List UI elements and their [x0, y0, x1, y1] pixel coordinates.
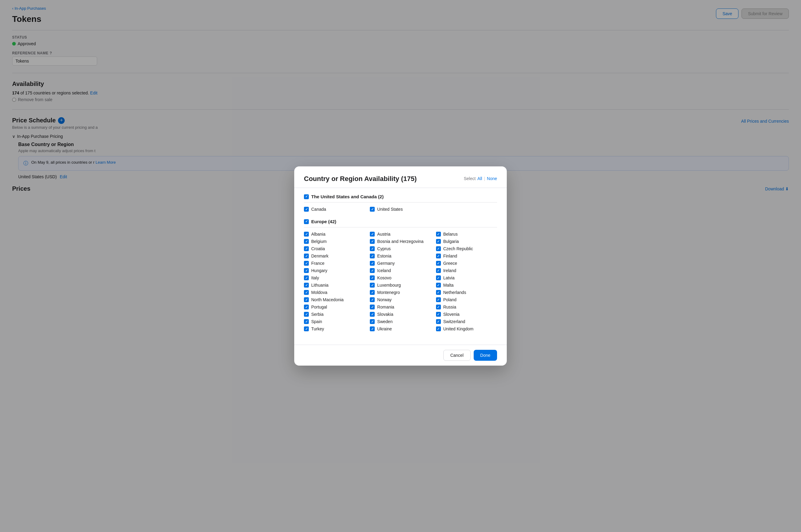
country-checkbox[interactable]	[304, 268, 309, 273]
country-item[interactable]: Croatia	[304, 246, 365, 251]
country-item[interactable]: Poland	[436, 297, 497, 302]
country-checkbox[interactable]	[436, 312, 441, 317]
country-item[interactable]: Canada	[304, 207, 365, 212]
country-item[interactable]: Czech Republic	[436, 246, 497, 251]
country-checkbox[interactable]	[370, 319, 375, 324]
country-item[interactable]: Belgium	[304, 239, 365, 244]
country-item[interactable]: France	[304, 261, 365, 266]
country-checkbox[interactable]	[436, 232, 441, 236]
region-checkbox-0[interactable]	[304, 194, 309, 199]
country-checkbox[interactable]	[304, 246, 309, 251]
country-item[interactable]: Greece	[436, 261, 497, 266]
country-item[interactable]: Spain	[304, 319, 365, 324]
country-item[interactable]: Ukraine	[370, 326, 431, 331]
country-checkbox[interactable]	[370, 326, 375, 331]
country-checkbox[interactable]	[304, 239, 309, 244]
country-label: Montenegro	[377, 290, 400, 295]
country-item[interactable]: Lithuania	[304, 283, 365, 288]
country-checkbox[interactable]	[304, 276, 309, 280]
country-item[interactable]: Bosnia and Herzegovina	[370, 239, 431, 244]
country-checkbox[interactable]	[370, 253, 375, 259]
country-checkbox[interactable]	[304, 207, 309, 212]
country-item[interactable]: Albania	[304, 232, 365, 236]
country-item[interactable]: North Macedonia	[304, 297, 365, 302]
country-item[interactable]: Ireland	[436, 268, 497, 273]
country-item[interactable]: Switzerland	[436, 319, 497, 324]
country-checkbox[interactable]	[370, 239, 375, 244]
country-checkbox[interactable]	[436, 268, 441, 273]
cancel-button[interactable]: Cancel	[443, 350, 471, 361]
country-item[interactable]: Iceland	[370, 268, 431, 273]
country-checkbox[interactable]	[436, 261, 441, 266]
done-button[interactable]: Done	[474, 350, 497, 361]
country-checkbox[interactable]	[304, 297, 309, 302]
country-item[interactable]: Slovakia	[370, 312, 431, 317]
country-item[interactable]: Netherlands	[436, 290, 497, 295]
country-checkbox[interactable]	[370, 246, 375, 251]
region-header-1[interactable]: Europe (42)	[304, 219, 497, 227]
country-item[interactable]: Sweden	[370, 319, 431, 324]
country-checkbox[interactable]	[370, 268, 375, 273]
country-checkbox[interactable]	[304, 326, 309, 331]
country-item[interactable]: Bulgaria	[436, 239, 497, 244]
country-item[interactable]: Latvia	[436, 276, 497, 280]
country-item[interactable]: United Kingdom	[436, 326, 497, 331]
country-checkbox[interactable]	[370, 232, 375, 236]
country-item[interactable]: Hungary	[304, 268, 365, 273]
country-checkbox[interactable]	[436, 326, 441, 331]
country-item[interactable]: Montenegro	[370, 290, 431, 295]
country-item[interactable]: Denmark	[304, 253, 365, 259]
country-item[interactable]: Turkey	[304, 326, 365, 331]
country-checkbox[interactable]	[304, 319, 309, 324]
country-checkbox[interactable]	[304, 232, 309, 236]
country-checkbox[interactable]	[370, 305, 375, 309]
country-label: Lithuania	[311, 283, 328, 288]
country-checkbox[interactable]	[370, 290, 375, 295]
select-none-link[interactable]: None	[487, 176, 497, 181]
country-item[interactable]: Luxembourg	[370, 283, 431, 288]
country-item[interactable]: Italy	[304, 276, 365, 280]
country-item[interactable]: United States	[370, 207, 431, 212]
country-item[interactable]: Cyprus	[370, 246, 431, 251]
country-checkbox[interactable]	[436, 283, 441, 288]
country-item[interactable]: Estonia	[370, 253, 431, 259]
country-checkbox[interactable]	[436, 246, 441, 251]
modal-overlay[interactable]: Country or Region Availability (175) Sel…	[0, 0, 801, 532]
country-checkbox[interactable]	[304, 253, 309, 259]
country-item[interactable]: Austria	[370, 232, 431, 236]
region-checkbox-1[interactable]	[304, 219, 309, 224]
country-item[interactable]: Portugal	[304, 305, 365, 309]
country-checkbox[interactable]	[436, 297, 441, 302]
country-item[interactable]: Belarus	[436, 232, 497, 236]
country-checkbox[interactable]	[370, 312, 375, 317]
country-item[interactable]: Russia	[436, 305, 497, 309]
country-checkbox[interactable]	[370, 261, 375, 266]
country-checkbox[interactable]	[436, 239, 441, 244]
country-item[interactable]: Serbia	[304, 312, 365, 317]
country-item[interactable]: Malta	[436, 283, 497, 288]
country-checkbox[interactable]	[304, 261, 309, 266]
country-checkbox[interactable]	[436, 253, 441, 259]
countries-grid-0: CanadaUnited States	[304, 207, 497, 212]
country-checkbox[interactable]	[436, 290, 441, 295]
country-item[interactable]: Kosovo	[370, 276, 431, 280]
select-all-link[interactable]: All	[477, 176, 482, 181]
country-checkbox[interactable]	[370, 283, 375, 288]
country-checkbox[interactable]	[436, 319, 441, 324]
country-checkbox[interactable]	[436, 276, 441, 280]
country-item[interactable]: Slovenia	[436, 312, 497, 317]
country-checkbox[interactable]	[304, 312, 309, 317]
country-item[interactable]: Norway	[370, 297, 431, 302]
country-checkbox[interactable]	[370, 276, 375, 280]
country-checkbox[interactable]	[370, 297, 375, 302]
region-header-0[interactable]: The United States and Canada (2)	[304, 194, 497, 203]
country-checkbox[interactable]	[436, 305, 441, 309]
country-checkbox[interactable]	[370, 207, 375, 212]
country-item[interactable]: Romania	[370, 305, 431, 309]
country-checkbox[interactable]	[304, 290, 309, 295]
country-item[interactable]: Finland	[436, 253, 497, 259]
country-checkbox[interactable]	[304, 283, 309, 288]
country-checkbox[interactable]	[304, 305, 309, 309]
country-item[interactable]: Germany	[370, 261, 431, 266]
country-item[interactable]: Moldova	[304, 290, 365, 295]
